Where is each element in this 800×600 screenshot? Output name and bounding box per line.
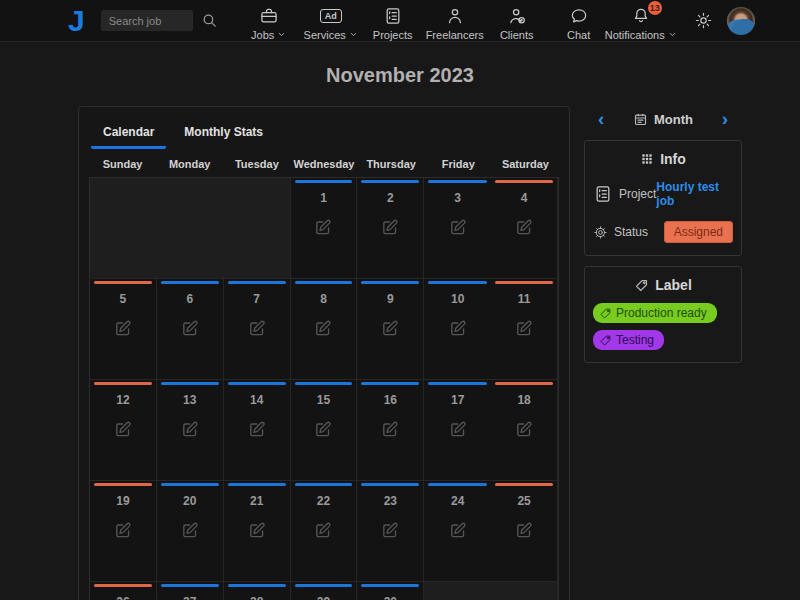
day-number: 23 bbox=[357, 494, 423, 508]
chevron-down-icon bbox=[668, 30, 677, 39]
edit-day-button[interactable] bbox=[379, 418, 402, 441]
calendar-day-cell-9[interactable]: 9 bbox=[357, 279, 424, 380]
info-row-project: Project Hourly test job bbox=[593, 180, 733, 208]
label-badge-production-ready[interactable]: Production ready bbox=[593, 303, 717, 323]
edit-day-button[interactable] bbox=[178, 317, 201, 340]
search-icon[interactable] bbox=[201, 12, 218, 29]
nav-item-chat[interactable]: Chat bbox=[548, 1, 610, 41]
nav-item-clients[interactable]: Clients bbox=[486, 1, 548, 41]
next-month-button[interactable]: › bbox=[722, 109, 728, 129]
calendar-day-cell-27[interactable]: 27 bbox=[157, 582, 224, 600]
calendar-day-cell-28[interactable]: 28 bbox=[224, 582, 291, 600]
calendar-day-cell-2[interactable]: 2 bbox=[357, 178, 424, 279]
calendar-day-cell-7[interactable]: 7 bbox=[224, 279, 291, 380]
day-accent-bar bbox=[94, 382, 152, 385]
edit-day-button[interactable] bbox=[111, 519, 134, 542]
day-number: 3 bbox=[424, 191, 491, 205]
calendar-day-cell-17[interactable]: 17 bbox=[424, 380, 491, 481]
calendar-day-cell-18[interactable]: 18 bbox=[491, 380, 558, 481]
day-number: 22 bbox=[291, 494, 357, 508]
info-row-status: Status Assigned bbox=[593, 221, 733, 243]
app-logo[interactable]: J bbox=[68, 2, 85, 40]
calendar-day-cell-14[interactable]: 14 bbox=[224, 380, 291, 481]
calendar-day-cell-13[interactable]: 13 bbox=[157, 380, 224, 481]
day-number: 1 bbox=[291, 191, 357, 205]
edit-day-button[interactable] bbox=[245, 418, 268, 441]
edit-day-button[interactable] bbox=[178, 519, 201, 542]
nav-item-projects[interactable]: Projects bbox=[362, 1, 424, 41]
calendar-day-cell-10[interactable]: 10 bbox=[424, 279, 491, 380]
tab-monthly-stats[interactable]: Monthly Stats bbox=[172, 117, 275, 149]
calendar-day-cell-6[interactable]: 6 bbox=[157, 279, 224, 380]
nav-item-notifications[interactable]: 13 Notifications bbox=[610, 1, 672, 41]
search-input[interactable] bbox=[101, 10, 193, 31]
edit-day-button[interactable] bbox=[513, 519, 536, 542]
calendar-day-cell-11[interactable]: 11 bbox=[491, 279, 558, 380]
calendar-day-cell-30[interactable]: 30 bbox=[357, 582, 424, 600]
trailing-empty-cells bbox=[424, 582, 558, 600]
tab-calendar[interactable]: Calendar bbox=[91, 117, 166, 149]
edit-day-button[interactable] bbox=[513, 216, 536, 239]
day-number: 30 bbox=[357, 595, 423, 600]
edit-day-button[interactable] bbox=[312, 519, 335, 542]
edit-day-button[interactable] bbox=[446, 317, 469, 340]
calendar-panel: Calendar Monthly Stats Sunday Monday Tue… bbox=[78, 106, 570, 600]
day-headers: Sunday Monday Tuesday Wednesday Thursday… bbox=[89, 151, 559, 177]
edit-day-button[interactable] bbox=[446, 216, 469, 239]
calendar-day-cell-24[interactable]: 24 bbox=[424, 481, 491, 582]
theme-toggle-icon[interactable] bbox=[694, 11, 713, 30]
calendar-day-cell-21[interactable]: 21 bbox=[224, 481, 291, 582]
edit-day-button[interactable] bbox=[312, 317, 335, 340]
view-mode-label: Month bbox=[633, 112, 693, 127]
calendar-day-cell-20[interactable]: 20 bbox=[157, 481, 224, 582]
day-accent-bar bbox=[228, 382, 286, 385]
calendar-day-cell-19[interactable]: 19 bbox=[90, 481, 157, 582]
day-accent-bar bbox=[295, 584, 353, 587]
edit-day-button[interactable] bbox=[513, 418, 536, 441]
edit-day-button[interactable] bbox=[379, 519, 402, 542]
edit-day-button[interactable] bbox=[111, 317, 134, 340]
edit-day-button[interactable] bbox=[245, 519, 268, 542]
avatar[interactable] bbox=[727, 7, 755, 35]
navbar: J Jobs Ad Services Projects Freelancers bbox=[0, 0, 800, 42]
day-accent-bar bbox=[228, 584, 286, 587]
edit-day-button[interactable] bbox=[379, 317, 402, 340]
edit-day-button[interactable] bbox=[312, 216, 335, 239]
edit-day-button[interactable] bbox=[513, 317, 536, 340]
edit-day-button[interactable] bbox=[312, 418, 335, 441]
calendar-day-cell-26[interactable]: 26 bbox=[90, 582, 157, 600]
calendar-day-cell-12[interactable]: 12 bbox=[90, 380, 157, 481]
calendar-day-cell-3[interactable]: 3 bbox=[424, 178, 491, 279]
calendar-day-cell-16[interactable]: 16 bbox=[357, 380, 424, 481]
day-accent-bar bbox=[428, 281, 487, 284]
label-badge-testing[interactable]: Testing bbox=[593, 330, 664, 350]
edit-day-button[interactable] bbox=[379, 216, 402, 239]
edit-day-button[interactable] bbox=[446, 418, 469, 441]
day-header-thursday: Thursday bbox=[358, 158, 425, 170]
calendar-day-cell-15[interactable]: 15 bbox=[291, 380, 358, 481]
calendar-day-cell-5[interactable]: 5 bbox=[90, 279, 157, 380]
edit-day-button[interactable] bbox=[446, 519, 469, 542]
calendar-day-cell-29[interactable]: 29 bbox=[291, 582, 358, 600]
calendar-day-cell-8[interactable]: 8 bbox=[291, 279, 358, 380]
day-number: 26 bbox=[90, 595, 156, 600]
edit-day-button[interactable] bbox=[245, 317, 268, 340]
edit-day-button[interactable] bbox=[178, 418, 201, 441]
day-header-wednesday: Wednesday bbox=[290, 158, 357, 170]
nav-item-services[interactable]: Ad Services bbox=[300, 1, 362, 41]
page-title: November 2023 bbox=[0, 64, 800, 87]
chevron-down-icon bbox=[349, 30, 358, 39]
nav-item-jobs[interactable]: Jobs bbox=[238, 1, 300, 41]
day-number: 18 bbox=[491, 393, 557, 407]
prev-month-button[interactable]: ‹ bbox=[598, 109, 604, 129]
calendar-day-cell-25[interactable]: 25 bbox=[491, 481, 558, 582]
calendar-day-cell-1[interactable]: 1 bbox=[291, 178, 358, 279]
edit-day-button[interactable] bbox=[111, 418, 134, 441]
calendar-day-cell-23[interactable]: 23 bbox=[357, 481, 424, 582]
calendar-day-cell-4[interactable]: 4 bbox=[491, 178, 558, 279]
calendar-day-cell-22[interactable]: 22 bbox=[291, 481, 358, 582]
day-header-friday: Friday bbox=[425, 158, 492, 170]
day-number: 25 bbox=[491, 494, 557, 508]
project-link[interactable]: Hourly test job bbox=[656, 180, 733, 208]
nav-item-freelancers[interactable]: Freelancers bbox=[424, 1, 486, 41]
